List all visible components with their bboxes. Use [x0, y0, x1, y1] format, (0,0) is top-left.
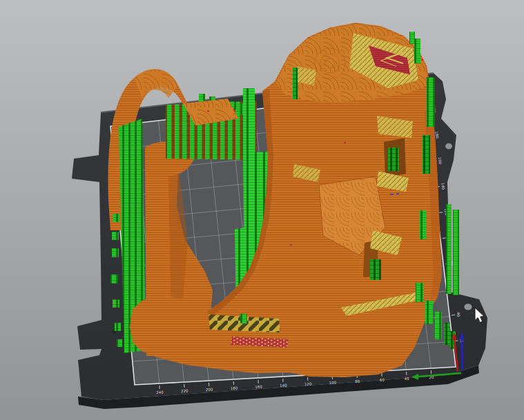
support-in-window [388, 148, 399, 171]
ruler-tick-label: 160 [438, 157, 443, 165]
ruler-tick-label: 200 [206, 388, 213, 392]
slicer-3d-viewport[interactable]: 2040608010012014016018020022024020406080… [0, 0, 524, 420]
screw-hole [464, 303, 472, 310]
ruler-tick-label: 40 [405, 377, 410, 381]
ruler-tick [443, 238, 446, 239]
ruler-tick-label: 160 [255, 385, 262, 390]
sliced-model-gcode-preview[interactable] [108, 23, 459, 377]
ruler-tick-label: 140 [280, 383, 287, 388]
ruler-tick [439, 212, 443, 213]
screw-hole [445, 143, 452, 149]
support-pillar-column [243, 88, 255, 157]
z-axis-arrow [462, 339, 463, 370]
ruler-tick-label: 100 [329, 381, 336, 386]
ruler-tick-label: 220 [181, 389, 188, 394]
ruler-tick-label: 140 [440, 182, 445, 190]
ruler-tick-label: 80 [355, 379, 360, 383]
ruler-tick [452, 315, 455, 316]
ruler-tick-label: 40 [456, 312, 461, 317]
ruler-tick-label: 240 [156, 390, 164, 395]
ruler-tick-label: 120 [304, 382, 312, 387]
ruler-tick-label: 60 [380, 378, 385, 382]
ruler-tick-label: 180 [230, 386, 237, 391]
